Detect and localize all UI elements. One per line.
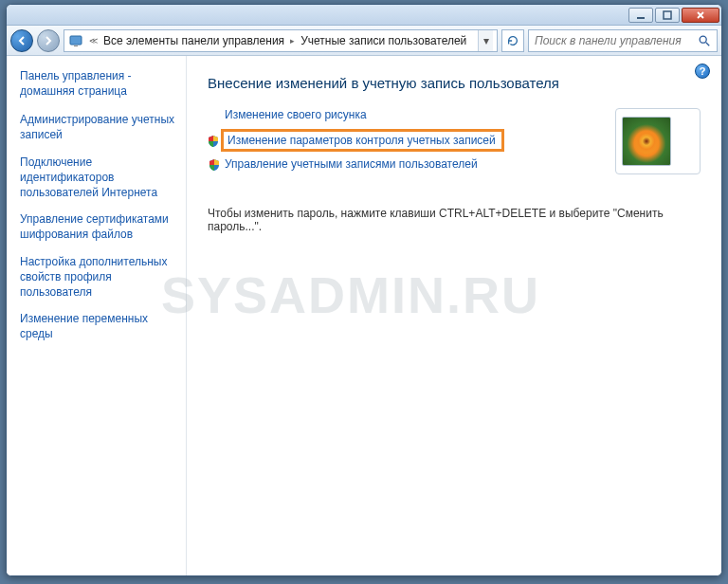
breadcrumb-segment[interactable]: Учетные записи пользователей: [300, 34, 466, 47]
control-panel-window: ≪ Все элементы панели управления ▸ Учетн…: [6, 4, 722, 576]
search-icon: [698, 34, 711, 47]
task-row: Изменение своего рисунка Изменение парам…: [208, 108, 701, 178]
sidebar-link-admin-accounts[interactable]: Администрирование учетных записей: [20, 112, 176, 142]
back-arrow-icon: [16, 35, 27, 46]
breadcrumb-chevron-icon: ≪: [87, 36, 100, 46]
task-label: Изменение параметров контроля учетных за…: [228, 134, 496, 147]
forward-arrow-icon: [43, 35, 54, 46]
sidebar-link-profile-props[interactable]: Настройка дополнительных свойств профиля…: [20, 254, 176, 301]
task-list: Изменение своего рисунка Изменение парам…: [208, 108, 594, 178]
minimize-button[interactable]: [628, 8, 653, 23]
navbar: ≪ Все элементы панели управления ▸ Учетн…: [7, 26, 721, 56]
change-uac-link[interactable]: Изменение параметров контроля учетных за…: [221, 129, 504, 152]
search-input[interactable]: [535, 34, 698, 47]
password-hint: Чтобы изменить пароль, нажмите клавиши C…: [208, 207, 701, 233]
svg-rect-2: [70, 36, 82, 45]
account-picture: [622, 117, 671, 166]
shield-icon: [208, 158, 221, 172]
search-box[interactable]: [528, 29, 718, 52]
help-icon: ?: [700, 65, 706, 77]
refresh-button[interactable]: [501, 29, 524, 52]
breadcrumb-dropdown-icon[interactable]: ▾: [478, 30, 493, 51]
sidebar-link-online-ids[interactable]: Подключение идентификаторов пользователе…: [20, 155, 176, 201]
manage-accounts-link[interactable]: Управление учетными записями пользовател…: [208, 157, 594, 171]
change-picture-link[interactable]: Изменение своего рисунка: [208, 108, 594, 121]
body: Панель управления - домашняя страница Ад…: [7, 56, 721, 575]
maximize-icon: [663, 10, 672, 20]
titlebar: [7, 5, 721, 26]
breadcrumb-separator-icon: ▸: [288, 36, 297, 46]
account-picture-frame: [615, 108, 701, 174]
close-icon: [696, 10, 705, 20]
minimize-icon: [636, 10, 646, 20]
back-button[interactable]: [10, 29, 33, 52]
main-panel: ? Внесение изменений в учетную запись по…: [187, 56, 721, 575]
control-panel-icon: [68, 33, 83, 48]
maximize-button[interactable]: [655, 8, 680, 23]
breadcrumb-segment[interactable]: Все элементы панели управления: [103, 34, 284, 47]
refresh-icon: [506, 34, 519, 47]
control-panel-home-link[interactable]: Панель управления - домашняя страница: [20, 69, 176, 99]
svg-rect-1: [664, 11, 671, 19]
help-button[interactable]: ?: [695, 64, 710, 79]
close-button[interactable]: [682, 8, 719, 23]
sidebar: Панель управления - домашняя страница Ад…: [7, 56, 187, 575]
task-label: Изменение своего рисунка: [225, 108, 367, 121]
svg-rect-3: [74, 46, 78, 46]
task-label: Управление учетными записями пользовател…: [225, 157, 478, 171]
forward-button[interactable]: [37, 29, 60, 52]
svg-point-4: [700, 36, 706, 43]
breadcrumb[interactable]: ≪ Все элементы панели управления ▸ Учетн…: [64, 29, 498, 52]
sidebar-link-env-vars[interactable]: Изменение переменных среды: [20, 311, 176, 341]
sidebar-link-encryption-certs[interactable]: Управление сертификатами шифрования файл…: [20, 211, 176, 242]
page-title: Внесение изменений в учетную запись поль…: [208, 75, 701, 91]
shield-icon: [207, 135, 220, 148]
svg-rect-0: [637, 17, 645, 19]
